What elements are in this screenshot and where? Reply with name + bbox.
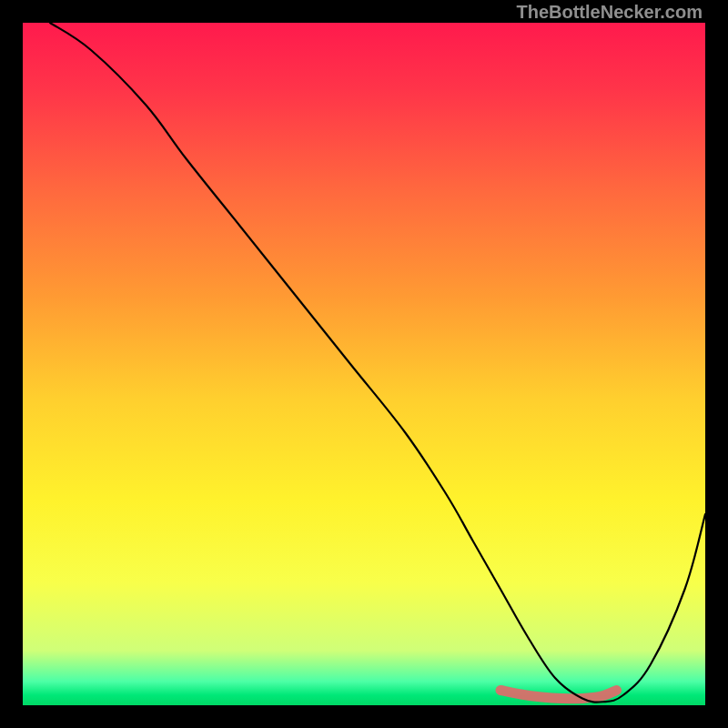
attribution-watermark: TheBottleNecker.com [516, 2, 703, 23]
gradient-background [23, 23, 705, 705]
plot-area [23, 23, 705, 705]
chart-frame [23, 23, 705, 705]
chart-svg [23, 23, 705, 705]
